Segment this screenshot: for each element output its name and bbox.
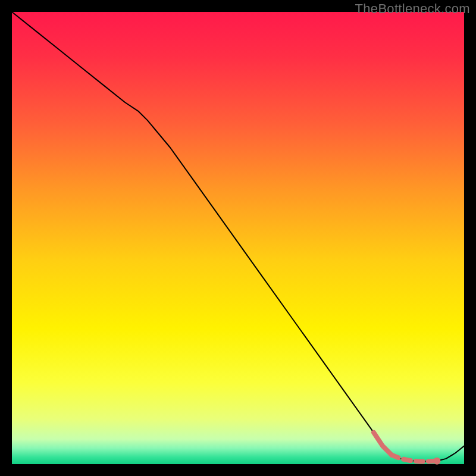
bottleneck-chart xyxy=(0,0,476,476)
plot-background xyxy=(12,12,464,464)
highlight-endpoint-dot xyxy=(433,458,440,465)
watermark-text: TheBottleneck.com xyxy=(355,1,470,17)
chart-frame: { "watermark": "TheBottleneck.com", "cha… xyxy=(0,0,476,476)
